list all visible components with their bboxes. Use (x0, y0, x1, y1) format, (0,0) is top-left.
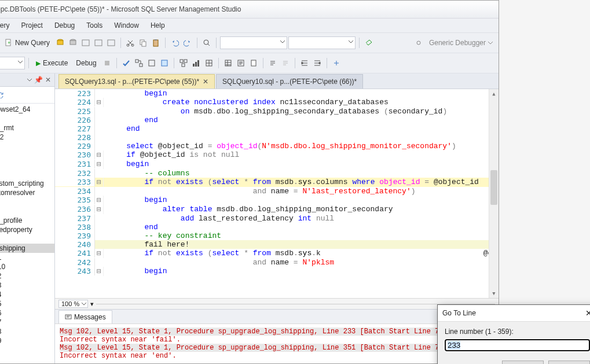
menu-help[interactable]: Help (145, 19, 171, 32)
code-line[interactable]: 225 on msdb.dbo.log_shipping_secondary_d… (55, 107, 499, 116)
attach-icon[interactable] (363, 37, 375, 49)
fold-toggle[interactable]: ⊟ (95, 249, 104, 258)
undo-icon[interactable] (169, 37, 181, 49)
dmx-icon[interactable] (80, 37, 91, 49)
generic-debugger-combo[interactable]: Generic Debugger (426, 38, 496, 48)
fold-toggle[interactable]: ⊟ (95, 267, 104, 276)
message-line[interactable]: Incorrect syntax near 'end'. (60, 352, 494, 360)
code-line[interactable]: 229 select @object_id = object_id(N'msdb… (55, 142, 499, 150)
tree-item[interactable]: +sys.sp_unbindrule (0, 170, 54, 179)
document-tab[interactable]: SQLQuery10.sql - p...(PETE-PC\pete (66))… (216, 74, 363, 89)
fold-toggle[interactable]: ⊟ (95, 98, 104, 107)
code-line[interactable]: 234 and name = N'last_restored_latency') (55, 187, 499, 196)
code-line[interactable]: 233⊟ if not exists (select * from msdb.s… (55, 178, 499, 187)
stop-icon[interactable] (101, 57, 113, 69)
tree-item[interactable]: +sys.sp_user_counter8 (0, 327, 54, 336)
client-stats-icon[interactable] (203, 57, 215, 69)
message-line[interactable]: Msg 102, Level 15, State 1, Procedure sp… (60, 328, 494, 336)
find-icon[interactable] (201, 37, 212, 49)
tree-item[interactable]: +sys.sp_user_counter3 (0, 281, 54, 290)
tree-item[interactable]: +sys.sp_user_counter6 (0, 308, 54, 318)
dax-icon[interactable] (105, 37, 117, 49)
code-line[interactable]: 242 and name = N'pklsm (55, 258, 499, 267)
copy-icon[interactable] (137, 37, 149, 49)
code-line[interactable]: 226 end (55, 116, 499, 124)
parse-icon[interactable] (120, 57, 132, 69)
scroll-down-icon[interactable]: ▾ (489, 289, 499, 298)
line-number-input[interactable] (445, 339, 590, 351)
editor-scrollbar[interactable]: ▴ ▾ (489, 89, 499, 298)
pin-icon[interactable]: 📌 (34, 76, 43, 84)
menu-window[interactable]: Window (108, 19, 145, 32)
code-line[interactable]: 230⊟ if @object_id is not null (55, 150, 499, 160)
db2-icon[interactable] (67, 37, 79, 49)
tree-item[interactable]: +sys.sp_user_counter10 (0, 262, 54, 271)
results-grid-icon[interactable] (222, 57, 234, 69)
message-line[interactable]: Msg 102, Level 15, State 1, Procedure sp… (60, 344, 494, 352)
menu-query[interactable]: Query (0, 19, 16, 32)
tree-item[interactable]: +sys.sp_updatestats (0, 234, 54, 244)
refresh-icon[interactable] (0, 89, 6, 101)
tree-item[interactable]: +sys.sp_tables_rowset_rmt (0, 123, 54, 133)
tree-item[interactable]: +sys.sp_tables_info_rowset2_64 (0, 105, 54, 114)
db-icon[interactable] (54, 37, 66, 49)
dbg-settings-icon[interactable] (413, 37, 424, 49)
zoom-combo[interactable]: 100 % (58, 300, 88, 308)
tree-item[interactable]: +sys.sp_update_agent_profile (0, 216, 54, 225)
comment-icon[interactable] (267, 57, 278, 69)
fold-toggle[interactable]: ⊟ (95, 160, 104, 169)
fold-toggle[interactable]: ⊟ (95, 196, 104, 205)
tree-item[interactable]: +sys.sp_user_counter2 (0, 271, 54, 281)
menu-project[interactable]: Project (16, 19, 49, 32)
dialog-close-icon[interactable]: ✕ (585, 308, 590, 318)
code-line[interactable]: 240 fail here! (55, 240, 499, 249)
tree-item[interactable]: +sys.sp_unregister_custom_scripting (0, 179, 54, 188)
menu-debug[interactable]: Debug (49, 19, 80, 32)
new-query-button[interactable]: + New Query (1, 38, 53, 48)
estimated-plan-icon[interactable] (133, 57, 145, 69)
paste-icon[interactable] (150, 37, 162, 49)
code-line[interactable]: 223 begin (55, 89, 499, 98)
cancel-button[interactable]: Cancel (548, 361, 590, 364)
messages-body[interactable]: Msg 102, Level 15, State 1, Procedure sp… (55, 324, 499, 363)
tree-item[interactable]: +sys.sp_updateextendedproperty (0, 225, 54, 234)
tree-item[interactable]: +sys.sp_user_counter5 (0, 299, 54, 308)
results-text-icon[interactable] (235, 57, 247, 69)
xmla-icon[interactable] (93, 37, 104, 49)
code-line[interactable]: 237 add last_restored_latency int null (55, 214, 499, 223)
code-editor[interactable]: ▴ ▾ 223 begin224⊟ create nonclustered in… (55, 89, 499, 298)
execute-button[interactable]: ▶Execute (32, 58, 71, 68)
include-plan-icon[interactable] (178, 57, 189, 69)
close-icon[interactable]: ✕ (45, 76, 51, 84)
tree-item[interactable]: +sys.sp_unregistercustomresolver (0, 188, 54, 197)
code-line[interactable]: 238 end (55, 223, 499, 231)
tree-item[interactable]: +sys.sp_tableswc (0, 142, 54, 151)
scroll-up-icon[interactable]: ▴ (489, 89, 499, 98)
tree-item[interactable]: +sys.sp_unsetapprole (0, 197, 54, 207)
tree-item[interactable]: +sys.sp_trace_getdata (0, 151, 54, 160)
intellisense-icon[interactable] (159, 57, 170, 69)
specify-values-icon[interactable] (331, 57, 342, 69)
code-line[interactable]: 227 end (55, 124, 499, 133)
zoom-slider-handle[interactable]: ▾ (90, 300, 94, 308)
code-line[interactable]: 243⊟ begin (55, 267, 499, 276)
results-file-icon[interactable] (248, 57, 259, 69)
tree-item[interactable]: +sys.sp_tables_rowset (0, 114, 54, 123)
tab-close-icon[interactable]: ✕ (203, 78, 208, 86)
code-line[interactable]: 232 -- columns (55, 169, 499, 178)
menu-tools[interactable]: Tools (80, 19, 108, 32)
live-stats-icon[interactable] (190, 57, 202, 69)
message-line[interactable]: Incorrect syntax near 'fail'. (60, 336, 494, 344)
tree-item[interactable]: +sys.sp_unbindefault (0, 160, 54, 170)
fold-toggle[interactable]: ⊟ (95, 150, 104, 160)
object-explorer-tree[interactable]: +sys.sp_tables_info_rowset2_64+sys.sp_ta… (0, 104, 54, 363)
tree-item[interactable]: +sys.sp_user_counter1 (0, 253, 54, 262)
tree-item[interactable]: +sys.sp_user_counter9 (0, 336, 54, 345)
indent-icon[interactable] (299, 57, 310, 69)
query-options-icon[interactable] (146, 57, 157, 69)
tree-item[interactable]: +sys.sp_user_counter4 (0, 290, 54, 299)
tree-item[interactable]: +sys.sp_tables_rowset2 (0, 133, 54, 142)
ok-button[interactable]: OK (502, 361, 544, 364)
scroll-thumb[interactable] (490, 170, 497, 205)
code-line[interactable]: 236⊟ alter table msdb.dbo.log_shipping_m… (55, 205, 499, 214)
